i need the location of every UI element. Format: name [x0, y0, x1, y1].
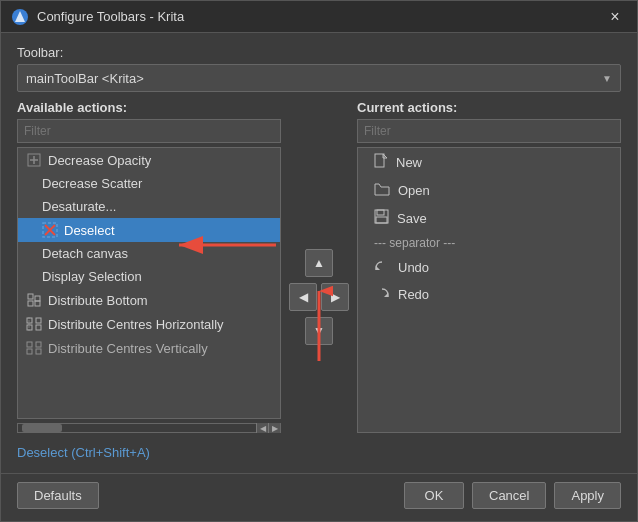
distribute-bottom-icon — [26, 292, 42, 308]
available-panel: Available actions: Decrease Opacity — [17, 100, 281, 433]
current-item-text: New — [396, 155, 422, 170]
list-item[interactable]: Decrease Opacity — [18, 148, 280, 172]
window-title: Configure Toolbars - Krita — [37, 9, 184, 24]
current-item-text: Undo — [398, 260, 429, 275]
status-text: Deselect (Ctrl+Shift+A) — [17, 445, 150, 460]
footer-right: OK Cancel Apply — [404, 482, 621, 509]
svg-rect-14 — [27, 325, 32, 330]
toolbar-row: Toolbar: mainToolBar <Krita> ▼ — [17, 45, 621, 92]
open-folder-icon — [374, 182, 390, 199]
available-label: Available actions: — [17, 100, 281, 115]
available-filter-input[interactable] — [17, 119, 281, 143]
svg-rect-20 — [36, 349, 41, 354]
current-filter-input[interactable] — [357, 119, 621, 143]
list-item-text: Decrease Scatter — [42, 176, 142, 191]
svg-rect-17 — [27, 342, 32, 347]
svg-marker-27 — [384, 293, 388, 297]
list-item-text: Deselect — [64, 223, 115, 238]
svg-rect-25 — [376, 217, 387, 223]
svg-rect-24 — [377, 210, 384, 215]
save-icon — [374, 209, 389, 227]
current-panel: Current actions: New — [357, 100, 621, 433]
list-item-text: Display Selection — [42, 269, 142, 284]
svg-marker-26 — [376, 266, 380, 270]
chevron-down-icon: ▼ — [602, 73, 612, 84]
dialog-window: Configure Toolbars - Krita × Toolbar: ma… — [0, 0, 638, 522]
title-bar-left: Configure Toolbars - Krita — [11, 8, 184, 26]
list-item-text: Distribute Bottom — [48, 293, 148, 308]
current-list-item-undo[interactable]: Undo — [358, 254, 620, 281]
distribute-centres-h-icon — [26, 316, 42, 332]
svg-rect-13 — [36, 318, 41, 323]
list-item[interactable]: Distribute Centres Vertically — [18, 336, 280, 360]
svg-rect-10 — [28, 301, 33, 306]
toolbar-label: Toolbar: — [17, 45, 621, 60]
move-left-button[interactable]: ◀ — [289, 283, 317, 311]
list-item[interactable]: Distribute Bottom — [18, 288, 280, 312]
main-area: Available actions: Decrease Opacity — [17, 100, 621, 433]
list-item-text: Distribute Centres Horizontally — [48, 317, 224, 332]
list-item-text: Decrease Opacity — [48, 153, 151, 168]
status-bar: Deselect (Ctrl+Shift+A) — [17, 441, 621, 461]
list-item[interactable]: Display Selection — [18, 265, 280, 288]
current-item-text: Open — [398, 183, 430, 198]
middle-controls: ▲ ◀ ▶ ▼ — [281, 160, 357, 433]
list-item-text: Detach canvas — [42, 246, 128, 261]
svg-rect-11 — [35, 301, 40, 306]
svg-rect-8 — [28, 294, 33, 299]
expand-icon — [26, 152, 42, 168]
separator-text: --- separator --- — [374, 236, 455, 250]
distribute-centres-v-icon — [26, 340, 42, 356]
move-down-button[interactable]: ▼ — [305, 317, 333, 345]
undo-icon — [374, 259, 390, 276]
current-label: Current actions: — [357, 100, 621, 115]
current-list-separator[interactable]: --- separator --- — [358, 232, 620, 254]
close-button[interactable]: × — [603, 5, 627, 29]
svg-rect-9 — [35, 296, 40, 301]
current-item-text: Redo — [398, 287, 429, 302]
current-list-item-save[interactable]: Save — [358, 204, 620, 232]
svg-rect-19 — [27, 349, 32, 354]
hscroll-right-btn[interactable]: ▶ — [268, 423, 280, 433]
current-list-item-open[interactable]: Open — [358, 177, 620, 204]
current-list-item-redo[interactable]: Redo — [358, 281, 620, 308]
svg-rect-18 — [36, 342, 41, 347]
move-right-button[interactable]: ▶ — [321, 283, 349, 311]
redo-icon — [374, 286, 390, 303]
current-list-item-new[interactable]: New — [358, 148, 620, 177]
svg-rect-12 — [27, 318, 32, 323]
current-list[interactable]: New Open — [357, 147, 621, 433]
deselect-icon — [42, 222, 58, 238]
cancel-button[interactable]: Cancel — [472, 482, 546, 509]
list-item[interactable]: Distribute Centres Horizontally — [18, 312, 280, 336]
toolbar-dropdown-value: mainToolBar <Krita> — [26, 71, 144, 86]
hscroll-left-btn[interactable]: ◀ — [256, 423, 268, 433]
available-list-hscrollbar[interactable]: ◀ ▶ — [17, 423, 281, 433]
current-item-text: Save — [397, 211, 427, 226]
list-item[interactable]: Desaturate... — [18, 195, 280, 218]
list-item-text: Distribute Centres Vertically — [48, 341, 208, 356]
krita-logo-icon — [11, 8, 29, 26]
dialog-footer: Defaults OK Cancel Apply — [1, 473, 637, 521]
toolbar-dropdown[interactable]: mainToolBar <Krita> ▼ — [17, 64, 621, 92]
new-icon — [374, 153, 388, 172]
footer-left: Defaults — [17, 482, 99, 509]
svg-rect-15 — [36, 325, 41, 330]
deselect-list-item[interactable]: Deselect — [18, 218, 280, 242]
move-up-button[interactable]: ▲ — [305, 249, 333, 277]
ok-button[interactable]: OK — [404, 482, 464, 509]
list-item[interactable]: Detach canvas — [18, 242, 280, 265]
list-item-text: Desaturate... — [42, 199, 116, 214]
available-list[interactable]: Decrease Opacity Decrease Scatter Desatu… — [17, 147, 281, 419]
list-item[interactable]: Decrease Scatter — [18, 172, 280, 195]
title-bar: Configure Toolbars - Krita × — [1, 1, 637, 33]
defaults-button[interactable]: Defaults — [17, 482, 99, 509]
dialog-body: Toolbar: mainToolBar <Krita> ▼ Available… — [1, 33, 637, 473]
apply-button[interactable]: Apply — [554, 482, 621, 509]
